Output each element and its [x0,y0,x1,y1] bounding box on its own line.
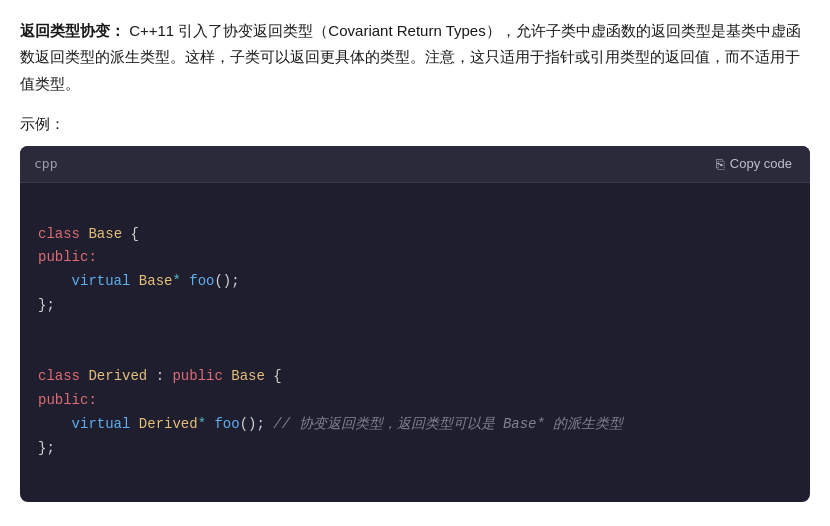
code-line-5: class Derived : public Base { [38,368,282,384]
example-label: 示例： [20,115,810,134]
code-line-8: }; [38,440,55,456]
code-line-4: }; [38,297,55,313]
code-header: cpp ⎘ Copy code [20,146,810,183]
copy-icon: ⎘ [716,156,724,172]
code-body: class Base { public: virtual Base* foo()… [20,183,810,503]
code-lang: cpp [34,156,57,171]
code-wrapper: cpp ⎘ Copy code class Base { public: vir… [20,146,810,503]
code-line-3: virtual Base* foo(); [38,273,240,289]
code-line-7: virtual Derived* foo(); // 协变返回类型，返回类型可以… [38,416,623,432]
code-line-1: class Base { [38,226,139,242]
bold-term: 返回类型协变： [20,22,125,39]
code-line-2: public: [38,249,97,265]
copy-label: Copy code [730,156,792,171]
code-blank [38,318,792,342]
copy-code-button[interactable]: ⎘ Copy code [712,154,796,174]
text-block: 返回类型协变： C++11 引入了协变返回类型（Covariant Return… [20,18,810,97]
code-line-6: public: [38,392,97,408]
heading-text: C++11 引入了协变返回类型（Covariant Return Types），… [20,22,801,92]
